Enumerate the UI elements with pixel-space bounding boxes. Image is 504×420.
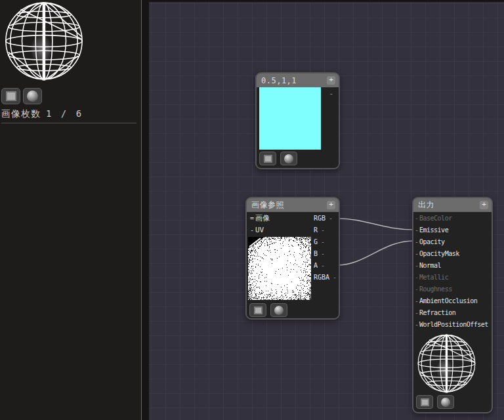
port-label: WorldPositionOffset [419, 321, 488, 328]
output-row-rgba[interactable]: RGBA- [314, 271, 337, 283]
port-label: Opacity [419, 238, 445, 245]
output-row-a[interactable]: A- [314, 259, 337, 271]
output-pin-list: RGB- R- G- B- A- RGBA- [314, 212, 337, 283]
port-icon[interactable]: - [414, 262, 419, 269]
plane-icon [6, 91, 16, 101]
input-row-ambientocclusion[interactable]: -AmbientOcclusion [414, 295, 492, 306]
sphere-icon [274, 306, 284, 315]
input-row-refraction[interactable]: -Refraction [414, 306, 492, 318]
port-icon[interactable]: - [414, 309, 419, 316]
port-label: RGBA [314, 274, 329, 281]
port-label: OpacityMask [419, 250, 459, 257]
port-icon[interactable]: - [414, 238, 419, 245]
input-row-opacitymask[interactable]: -OpacityMask [414, 247, 492, 259]
texture-preview [248, 237, 311, 300]
preview-plane-button[interactable] [259, 152, 276, 165]
image-count: 画像枚数1 / 6 [1, 108, 83, 120]
output-row-r[interactable]: R- [314, 224, 337, 236]
input-row-normal[interactable]: -Normal [414, 259, 492, 271]
port-icon[interactable]: - [320, 226, 326, 234]
sphere-icon [441, 398, 450, 407]
preview-sphere-button[interactable] [437, 395, 454, 409]
node-title: 画像参照 [251, 200, 284, 211]
port-icon[interactable]: - [414, 274, 419, 281]
port-icon[interactable]: - [320, 238, 326, 245]
node-title: 0.5,1,1 [261, 76, 297, 85]
port-label: Refraction [419, 309, 455, 316]
node-constant-color[interactable]: 0.5,1,1 + - [255, 72, 340, 169]
port-label: A [314, 262, 318, 269]
output-row-b[interactable]: B- [314, 247, 337, 259]
image-count-value: 1 / 6 [46, 108, 83, 119]
port-label: BaseColor [419, 215, 452, 222]
node-material-output[interactable]: 出力 + -BaseColor -Emissive -Opacity -Opac… [412, 197, 493, 413]
input-row-worldpositionoffset[interactable]: -WorldPositionOffset [414, 318, 492, 330]
port-label: AmbientOcclusion [419, 297, 477, 304]
material-result-preview-sphere [415, 333, 478, 395]
input-row-basecolor[interactable]: -BaseColor [414, 212, 492, 224]
port-icon[interactable]: - [414, 250, 419, 257]
plane-icon [254, 306, 262, 314]
node-title: 出力 [418, 200, 434, 211]
material-preview-sphere[interactable] [1, 0, 87, 83]
add-pin-button[interactable]: + [327, 76, 335, 85]
port-icon[interactable]: - [328, 215, 333, 222]
color-preview [259, 87, 321, 150]
input-row-uv[interactable]: - UV [249, 224, 270, 236]
port-icon[interactable]: - [414, 226, 419, 234]
port-label: R [314, 226, 318, 234]
output-port-icon[interactable]: - [329, 89, 333, 98]
preview-plane-button[interactable] [1, 88, 20, 104]
input-row-roughness[interactable]: -Roughness [414, 283, 492, 295]
preview-sphere-button[interactable] [270, 303, 287, 317]
port-label: 画像 [255, 213, 270, 223]
port-label: Normal [419, 262, 441, 269]
port-label: Metallic [419, 274, 448, 281]
port-icon[interactable]: - [414, 297, 419, 304]
port-label: B [314, 250, 318, 257]
port-icon[interactable]: = [249, 215, 255, 222]
node-output-header[interactable]: 出力 + [413, 198, 492, 212]
output-row-g[interactable]: G- [314, 236, 337, 247]
sphere-icon [284, 154, 293, 163]
input-pin-list: = 画像 - UV [249, 212, 270, 236]
preview-plane-button[interactable] [249, 303, 266, 317]
port-icon[interactable]: - [414, 321, 419, 328]
input-row-image[interactable]: = 画像 [249, 212, 270, 224]
plane-icon [421, 398, 429, 406]
node-image-reference[interactable]: 画像参照 + = 画像 - UV RGB- R- G- B- A- RGBA- [245, 197, 340, 320]
input-row-emissive[interactable]: -Emissive [414, 224, 492, 236]
add-pin-button[interactable]: + [327, 201, 335, 209]
port-icon[interactable]: - [249, 226, 255, 234]
preview-sphere-button[interactable] [23, 88, 42, 104]
plane-icon [264, 155, 272, 163]
port-label: UV [255, 226, 264, 234]
preview-sphere-button[interactable] [280, 152, 297, 165]
input-row-metallic[interactable]: -Metallic [414, 271, 492, 283]
port-label: Emissive [419, 226, 448, 234]
add-pin-button[interactable]: + [480, 201, 488, 209]
preview-plane-button[interactable] [416, 395, 433, 409]
port-label: G [314, 238, 318, 245]
port-icon[interactable]: - [414, 215, 419, 222]
port-icon[interactable]: - [414, 285, 419, 293]
port-icon[interactable]: - [320, 262, 326, 269]
material-input-list: -BaseColor -Emissive -Opacity -OpacityMa… [414, 212, 492, 330]
sphere-icon [27, 91, 38, 102]
node-constant-header[interactable]: 0.5,1,1 + [257, 74, 339, 87]
port-icon[interactable]: - [332, 274, 337, 281]
input-row-opacity[interactable]: -Opacity [414, 236, 492, 247]
output-row-rgb[interactable]: RGB- [314, 212, 337, 224]
image-count-label: 画像枚数 [1, 108, 41, 119]
sidebar-divider [1, 123, 136, 123]
port-icon[interactable]: - [320, 250, 326, 257]
port-label: RGB [314, 215, 326, 222]
node-imageref-header[interactable]: 画像参照 + [247, 198, 339, 212]
port-label: Roughness [419, 285, 452, 293]
sidebar: 画像枚数1 / 6 [0, 0, 141, 420]
